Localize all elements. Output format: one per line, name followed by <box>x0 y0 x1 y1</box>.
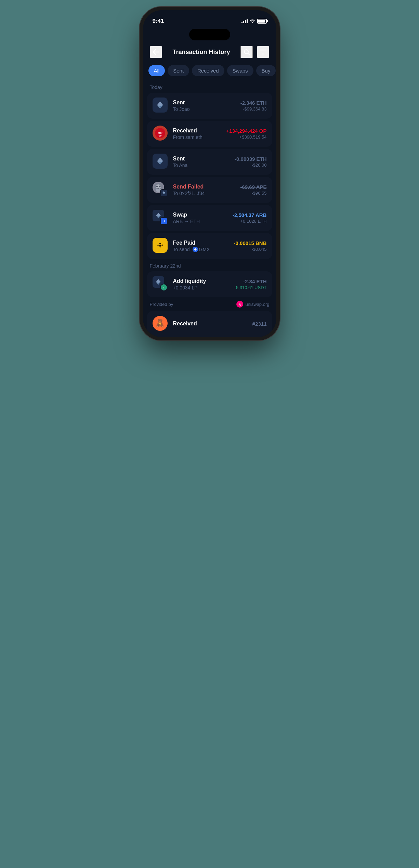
tx-amount-primary: -2,504.37 ARB <box>233 212 267 218</box>
tx-amounts: #2311 <box>252 321 267 327</box>
tx-subtitle: To Joao <box>173 106 236 112</box>
filter-tabs: All Sent Received Swaps Buy Se... <box>143 62 276 80</box>
header: Transaction History <box>143 40 276 62</box>
svg-line-1 <box>248 53 250 55</box>
transaction-list-today: Sent To Joao -2.346 ETH -$99,364.83 OP O… <box>143 93 276 259</box>
tx-amount-secondary: -$96.55 <box>240 191 267 196</box>
svg-text:OP: OP <box>158 131 162 135</box>
tx-info: Fee Paid To send GMX <box>173 240 230 252</box>
tx-info: Received From sam.eth <box>173 128 222 140</box>
battery-icon <box>257 19 267 24</box>
tx-info: Send Failed To 0×2f21...f34 <box>173 184 236 196</box>
tx-subtitle: ARB → ETH <box>173 219 229 224</box>
section-today: Today <box>143 80 276 93</box>
tx-info: Swap ARB → ETH <box>173 212 229 224</box>
tx-amount-primary: -2.346 ETH <box>240 100 267 106</box>
svg-point-15 <box>159 186 160 187</box>
table-row[interactable]: OP OP Received From sam.eth +134,294.424… <box>147 121 272 147</box>
table-row[interactable]: Send Failed To 0×2f21...f34 -69.69 APE -… <box>147 177 272 203</box>
uniswap-logo-icon: 🦄 <box>236 301 243 308</box>
tx-subtitle: To 0×2f21...f34 <box>173 191 236 196</box>
tx-subtitle: To send GMX <box>173 247 230 252</box>
tx-title-failed: Send Failed <box>173 184 236 190</box>
svg-point-14 <box>156 186 158 187</box>
tx-icon-nft: 🧸 <box>153 316 169 332</box>
tx-info: Sent To Joao <box>173 100 236 112</box>
table-row[interactable]: Sent To Joao -2.346 ETH -$99,364.83 <box>147 93 272 119</box>
provided-by-label: Provided by <box>150 302 173 307</box>
tx-info: Received <box>173 321 248 327</box>
svg-text:T: T <box>163 286 165 289</box>
tx-subtitle: +0.0034 LP <box>173 285 231 290</box>
signal-icon <box>241 19 248 23</box>
wifi-icon <box>250 18 255 24</box>
tx-amounts: -2.34 ETH -5,310.61 USDT <box>235 278 267 290</box>
tx-amount-secondary: -$20.00 <box>235 163 266 168</box>
tx-amount-secondary: -5,310.61 USDT <box>235 285 267 290</box>
tx-info: Sent To Ana <box>173 156 231 168</box>
tx-icon-ape <box>153 182 169 198</box>
tx-icon-lp: T <box>153 276 169 293</box>
tx-icon-eth-sent2 <box>153 154 169 170</box>
filter-button[interactable] <box>257 46 269 58</box>
tx-icon-eth-sent <box>153 98 169 114</box>
tab-sent[interactable]: Sent <box>168 65 189 76</box>
tx-title: Sent <box>173 100 236 106</box>
transaction-list-nft: 🧸 Received #2311 <box>143 311 276 337</box>
tx-title: Received <box>173 128 222 134</box>
tx-amount-secondary: -$0.045 <box>234 247 267 252</box>
dynamic-island <box>189 29 230 40</box>
tx-amounts: -0.00015 BNB -$0.045 <box>234 240 267 252</box>
page-title: Transaction History <box>172 49 230 56</box>
tab-all[interactable]: All <box>148 65 165 76</box>
tx-icon-bnb <box>153 238 169 254</box>
tx-amount-primary: +134,294.424 OP <box>226 128 266 134</box>
tx-subtitle: From sam.eth <box>173 134 222 140</box>
tx-amounts: -69.69 APE -$96.55 <box>240 184 267 196</box>
transaction-list-feb22: T Add liquidity +0.0034 LP -2.34 ETH -5,… <box>143 271 276 297</box>
tx-icon-swap <box>153 210 169 226</box>
svg-marker-23 <box>194 248 196 250</box>
tx-amount-secondary: -$99,364.83 <box>240 106 267 112</box>
svg-text:🦄: 🦄 <box>238 303 241 306</box>
search-button[interactable] <box>240 46 253 58</box>
tx-amount-primary: -0.00015 BNB <box>234 240 267 246</box>
tx-amounts: -2,504.37 ARB +0.1028 ETH <box>233 212 267 224</box>
tx-title: Add liquidity <box>173 278 231 284</box>
phone-frame: 9:41 Transaction His <box>143 10 276 337</box>
provided-by-row: Provided by 🦄 uniswap.org <box>143 297 276 311</box>
table-row[interactable]: Swap ARB → ETH -2,504.37 ARB +0.1028 ETH <box>147 205 272 231</box>
tx-title: Sent <box>173 156 231 162</box>
status-icons <box>241 18 267 24</box>
tx-title: Received <box>173 321 248 327</box>
status-time: 9:41 <box>153 18 164 25</box>
tx-amounts: +134,294.424 OP +$390,519.54 <box>226 128 266 140</box>
table-row[interactable]: Fee Paid To send GMX -0.00 <box>147 233 272 259</box>
tab-swaps[interactable]: Swaps <box>227 65 253 76</box>
tx-amount-primary: #2311 <box>252 321 267 327</box>
tx-amounts: -2.346 ETH -$99,364.83 <box>240 100 267 112</box>
tab-buy[interactable]: Buy <box>256 65 276 76</box>
tx-title: Swap <box>173 212 229 218</box>
tx-amount-primary: -0.00039 ETH <box>235 156 266 162</box>
tx-title: Fee Paid <box>173 240 230 246</box>
tx-amounts: -0.00039 ETH -$20.00 <box>235 156 266 168</box>
back-button[interactable] <box>150 46 162 58</box>
section-feb22: February 22nd <box>143 259 276 271</box>
table-row[interactable]: Sent To Ana -0.00039 ETH -$20.00 <box>147 149 272 175</box>
uniswap-label: uniswap.org <box>245 302 269 307</box>
tx-info: Add liquidity +0.0034 LP <box>173 278 231 290</box>
tx-amount-secondary: +$390,519.54 <box>226 134 266 140</box>
tab-received[interactable]: Received <box>192 65 224 76</box>
tx-amount-primary: -69.69 APE <box>240 184 267 190</box>
tx-subtitle: To Ana <box>173 163 231 168</box>
tx-amount-secondary: +0.1028 ETH <box>233 219 267 224</box>
table-row[interactable]: 🧸 Received #2311 <box>147 311 272 337</box>
status-bar: 9:41 <box>143 10 276 27</box>
svg-text:OP: OP <box>158 134 161 137</box>
tx-icon-op: OP OP <box>153 126 169 142</box>
tx-amount-primary: -2.34 ETH <box>235 278 267 284</box>
table-row[interactable]: T Add liquidity +0.0034 LP -2.34 ETH -5,… <box>147 271 272 297</box>
header-actions <box>240 46 269 58</box>
